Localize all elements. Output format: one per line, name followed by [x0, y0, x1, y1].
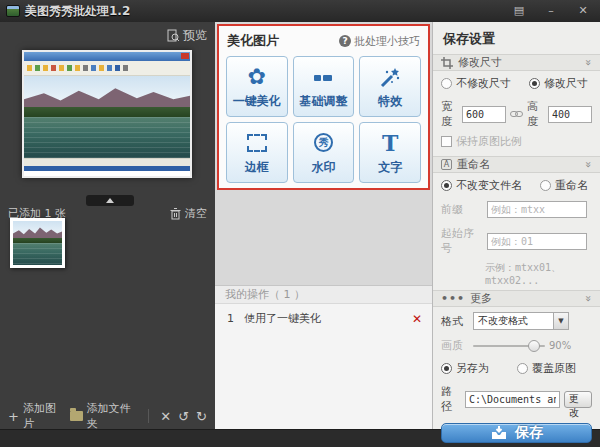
save-button-label: 保存: [515, 424, 543, 442]
app-icon: [6, 5, 20, 17]
app-window: 美图秀秀批处理1.2 ▤ – ✕ 预览: [0, 0, 600, 447]
photo-thumbnail[interactable]: [10, 218, 65, 268]
radio-keep-size[interactable]: [441, 78, 452, 89]
keep-size-label[interactable]: 不修改尺寸: [456, 76, 511, 91]
keep-ratio-checkbox[interactable]: [441, 136, 452, 147]
beautify-title: 美化图片: [227, 32, 279, 50]
more-dots-icon: •••: [441, 292, 465, 305]
plus-icon: +: [8, 409, 19, 424]
preview-image: [22, 50, 192, 178]
overwrite-label[interactable]: 覆盖原图: [532, 361, 576, 376]
preview-landscape-photo: [24, 76, 190, 158]
start-number-input[interactable]: [487, 233, 587, 250]
width-label: 宽度: [441, 99, 458, 129]
path-input[interactable]: [465, 391, 560, 408]
watermark-seal-icon: 秀: [314, 130, 333, 156]
minimize-button[interactable]: –: [540, 3, 562, 19]
tile-label: 水印: [311, 159, 335, 176]
batch-tips-link[interactable]: ? 批处理小技巧: [339, 34, 420, 49]
clear-label: 清空: [185, 206, 207, 221]
save-settings-panel: 保存设置 修改尺寸 » 不修改尺寸 修改尺寸 宽度: [432, 22, 600, 429]
tile-label: 基础调整: [299, 93, 347, 110]
width-input[interactable]: [462, 106, 506, 123]
resize-label[interactable]: 修改尺寸: [544, 76, 588, 91]
tile-label: 一键美化: [233, 93, 281, 110]
title-bar: 美图秀秀批处理1.2 ▤ – ✕: [0, 0, 600, 22]
change-path-button[interactable]: 更改: [564, 391, 592, 408]
preview-label: 预览: [183, 27, 207, 44]
preview-mini-statusbar: [24, 158, 190, 166]
basic-adjust-button[interactable]: 基础调整: [293, 56, 355, 117]
text-button[interactable]: T 文字: [359, 122, 421, 183]
save-button[interactable]: 保存: [441, 423, 592, 443]
tile-label: 文字: [378, 159, 402, 176]
operation-text: 使用了一键美化: [244, 311, 321, 326]
folder-icon: [70, 411, 83, 421]
chevron-collapse-icon: »: [582, 59, 595, 66]
beautify-card-highlighted: 美化图片 ? 批处理小技巧 ✿ 一键美化 基础调整: [217, 24, 430, 190]
clear-all-button[interactable]: 清空: [170, 206, 207, 221]
add-folder-label: 添加文件夹: [87, 401, 138, 431]
quality-slider[interactable]: [473, 340, 545, 352]
effects-button[interactable]: 特效: [359, 56, 421, 117]
preview-mini-titlebar: [24, 52, 190, 61]
height-label: 高度: [527, 99, 544, 129]
add-image-label: 添加图片: [23, 401, 63, 431]
format-value: 不改变格式: [474, 314, 553, 328]
toolbar-divider: [148, 409, 149, 423]
panel-spacer: [215, 190, 432, 285]
preview-button[interactable]: 预览: [167, 27, 207, 44]
left-toolbar: + 添加图片 添加文件夹 ✕ ↺ ↻: [0, 403, 215, 429]
height-input[interactable]: [548, 106, 592, 123]
radio-save-as[interactable]: [441, 363, 452, 374]
redo-button[interactable]: ↻: [196, 409, 207, 424]
operations-header: 我的操作（ 1 ）: [215, 285, 432, 304]
radio-rename[interactable]: [540, 180, 551, 191]
preview-mini-toolbar: [24, 61, 190, 76]
format-select[interactable]: 不改变格式 ▼: [473, 312, 569, 330]
text-icon: T: [382, 130, 398, 156]
radio-resize[interactable]: [529, 78, 540, 89]
tile-label: 边框: [245, 159, 269, 176]
save-as-label[interactable]: 另存为: [456, 361, 489, 376]
close-button[interactable]: ✕: [572, 3, 594, 19]
operations-list: 1 使用了一键美化 ✕: [215, 304, 432, 429]
prefix-input[interactable]: [487, 201, 587, 218]
rename-section-header[interactable]: A 重命名 »: [433, 156, 600, 173]
operation-index: 1: [227, 312, 234, 325]
keep-ratio-label[interactable]: 保持原图比例: [456, 134, 522, 149]
preview-mini-close-icon: [181, 53, 189, 59]
radio-overwrite[interactable]: [517, 363, 528, 374]
delete-operation-button[interactable]: ✕: [412, 312, 422, 326]
question-icon: ?: [339, 35, 351, 47]
radio-keep-filename[interactable]: [441, 180, 452, 191]
more-section-label: 更多: [470, 291, 492, 306]
skin-button[interactable]: ▤: [508, 3, 530, 19]
path-label: 路径: [441, 384, 461, 414]
border-button[interactable]: 边框: [226, 122, 288, 183]
watermark-button[interactable]: 秀 水印: [293, 122, 355, 183]
magic-wand-icon: [378, 64, 402, 90]
prefix-label: 前缀: [441, 202, 483, 217]
one-key-beautify-button[interactable]: ✿ 一键美化: [226, 56, 288, 117]
beautify-panel: 美化图片 ? 批处理小技巧 ✿ 一键美化 基础调整: [215, 22, 432, 429]
rename-label[interactable]: 重命名: [555, 178, 588, 193]
more-section-header[interactable]: ••• 更多 »: [433, 290, 600, 307]
resize-section-header[interactable]: 修改尺寸 »: [433, 54, 600, 71]
slider-knob[interactable]: [528, 340, 540, 352]
remove-photo-button[interactable]: ✕: [160, 409, 171, 424]
undo-button[interactable]: ↺: [178, 409, 189, 424]
photo-panel: 预览: [0, 22, 215, 429]
link-dimensions-icon: [510, 110, 523, 118]
operations-title: 我的操作（ 1 ）: [225, 287, 305, 302]
rename-a-icon: A: [441, 159, 452, 170]
sliders-icon: [311, 64, 335, 90]
tile-label: 特效: [378, 93, 402, 110]
preview-mini-bluebar: [24, 166, 190, 171]
add-folder-button[interactable]: 添加文件夹: [70, 401, 138, 431]
keep-filename-label[interactable]: 不改变文件名: [456, 178, 522, 193]
add-image-button[interactable]: + 添加图片: [8, 401, 63, 431]
dropdown-arrow-icon: ▼: [553, 313, 568, 329]
tips-label: 批处理小技巧: [354, 34, 420, 49]
save-settings-title: 保存设置: [433, 22, 600, 54]
